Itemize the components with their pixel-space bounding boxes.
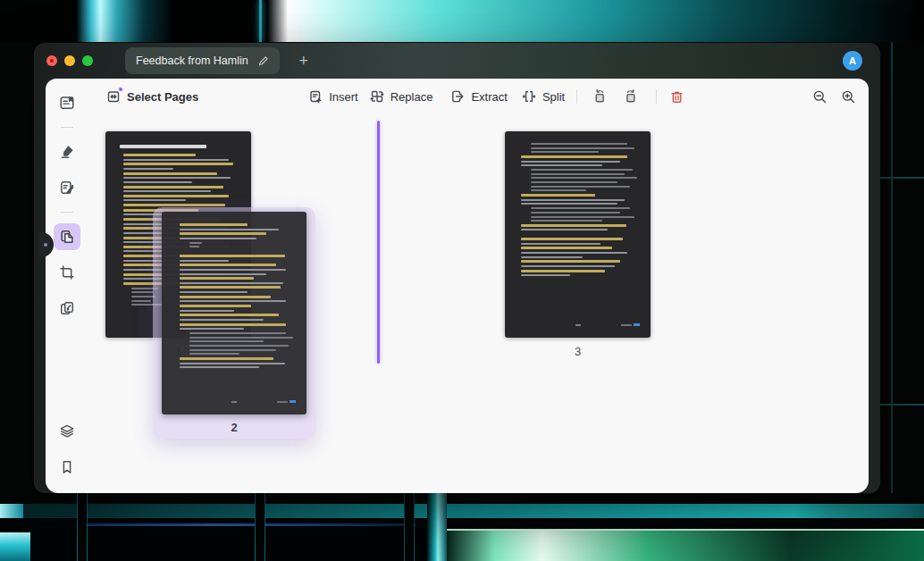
edit-page-icon[interactable] <box>54 174 80 201</box>
insert-icon <box>308 89 323 104</box>
page-number-label: 3 <box>505 345 651 358</box>
zoom-out-button[interactable] <box>812 89 827 105</box>
close-button[interactable] <box>46 55 57 66</box>
layers-icon[interactable] <box>54 418 80 445</box>
page-line <box>189 345 288 347</box>
page-line <box>180 300 286 302</box>
page-line <box>521 256 584 258</box>
page-line <box>180 229 278 230</box>
select-pages-button[interactable]: Select Pages <box>106 89 198 104</box>
new-tab-button[interactable]: + <box>294 51 314 71</box>
bg-tile <box>0 532 30 561</box>
page-line <box>180 238 256 239</box>
page-line <box>123 190 210 192</box>
rotate-left-button[interactable] <box>592 88 608 105</box>
page-line <box>180 305 251 307</box>
bg-grid-line <box>891 42 893 493</box>
page-line <box>180 323 286 326</box>
crop-icon[interactable] <box>54 259 80 286</box>
page-thumbnail-3[interactable] <box>505 131 651 338</box>
page-line <box>123 186 223 188</box>
page-line <box>521 155 628 158</box>
page-line <box>521 224 626 227</box>
page-line <box>521 270 606 272</box>
replace-icon <box>370 89 384 104</box>
toolbar-divider <box>576 89 577 104</box>
document-tab[interactable]: Feedback from Hamlin <box>125 47 280 74</box>
page-footer-watermark <box>172 400 296 403</box>
page-line <box>180 357 273 360</box>
divider <box>61 212 73 213</box>
page-toolbar: Select Pages Insert <box>88 79 869 114</box>
page-line <box>189 332 286 334</box>
page-line <box>180 291 248 293</box>
page-number-label: 2 <box>231 421 237 434</box>
page-line <box>180 260 229 262</box>
page-line <box>531 151 599 153</box>
page-line <box>180 269 286 271</box>
page-line <box>531 186 630 188</box>
extract-button[interactable]: Extract <box>450 89 507 104</box>
page-line <box>531 177 638 179</box>
minimize-button[interactable] <box>64 55 75 66</box>
ocr-icon[interactable] <box>54 295 80 322</box>
bookmark-icon[interactable] <box>54 454 80 481</box>
bg-glow-beam <box>0 504 924 518</box>
page-line <box>180 232 266 235</box>
handle-dot-icon <box>44 243 47 247</box>
bg-glow-beam <box>268 0 924 42</box>
zoom-in-button[interactable] <box>841 89 856 105</box>
bg-grid-line <box>85 523 416 526</box>
extract-label: Extract <box>471 90 507 104</box>
insert-button[interactable]: Insert <box>308 89 358 104</box>
main-content: Select Pages Insert <box>88 79 869 493</box>
content-panel: Select Pages Insert <box>46 79 869 493</box>
page-line <box>531 181 617 183</box>
page-line <box>123 195 229 197</box>
page-line <box>531 212 620 214</box>
avatar[interactable]: A <box>843 51 862 71</box>
page-line <box>531 147 635 149</box>
delete-button[interactable] <box>669 89 685 105</box>
replace-button[interactable]: Replace <box>370 89 433 104</box>
split-label: Split <box>542 90 565 104</box>
bg-glow-beam <box>427 493 447 561</box>
page-line <box>180 366 258 368</box>
document-title: Feedback from Hamlin <box>136 54 248 67</box>
page-line <box>123 154 196 156</box>
page-line <box>180 273 266 275</box>
split-button[interactable]: Split <box>522 89 565 104</box>
rotate-right-button[interactable] <box>623 88 639 105</box>
annotations-icon[interactable] <box>54 89 80 116</box>
page-line <box>531 173 626 175</box>
bg-grid-line <box>259 0 262 42</box>
page-line <box>521 238 623 240</box>
split-icon <box>522 89 536 104</box>
page-line <box>531 189 587 191</box>
page-line <box>180 328 244 330</box>
page-line <box>521 247 613 249</box>
selected-page-card[interactable]: 2 <box>153 207 315 439</box>
organize-pages-icon[interactable] <box>54 223 80 250</box>
page-thumbnail-2[interactable] <box>162 212 307 414</box>
page-line <box>521 164 603 166</box>
page-line <box>180 282 283 284</box>
page-line <box>521 229 608 230</box>
page-line <box>123 168 173 170</box>
bg-grid-line <box>404 493 415 561</box>
page-line <box>521 194 595 197</box>
page-line <box>521 274 571 276</box>
highlighter-icon[interactable] <box>54 138 80 165</box>
page-line <box>521 203 617 205</box>
notification-badge <box>118 87 123 92</box>
extract-icon <box>450 89 465 104</box>
zoom-button[interactable] <box>82 55 93 66</box>
page-line <box>521 199 626 201</box>
page-line <box>180 319 264 321</box>
bg-grid-line <box>77 493 88 561</box>
page-line <box>189 340 264 342</box>
edit-title-pencil-icon[interactable] <box>257 55 269 67</box>
titlebar: Feedback from Hamlin + A <box>34 43 880 79</box>
page-line <box>531 216 635 218</box>
page-line <box>131 291 154 293</box>
